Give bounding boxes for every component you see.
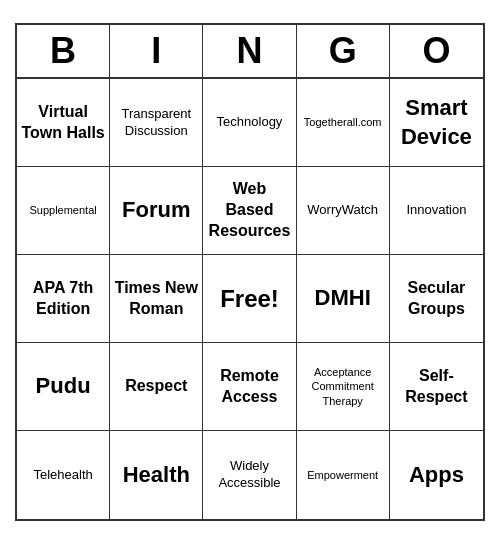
bingo-cell: Telehealth (17, 431, 110, 519)
header-letter: B (17, 25, 110, 77)
header-letter: O (390, 25, 483, 77)
bingo-cell: Technology (203, 79, 296, 167)
bingo-cell: Respect (110, 343, 203, 431)
bingo-cell: Togetherall.com (297, 79, 390, 167)
bingo-cell: Forum (110, 167, 203, 255)
bingo-cell: Apps (390, 431, 483, 519)
bingo-cell: Smart Device (390, 79, 483, 167)
bingo-cell: Web Based Resources (203, 167, 296, 255)
bingo-cell: Transparent Discussion (110, 79, 203, 167)
bingo-cell: Health (110, 431, 203, 519)
bingo-cell: Widely Accessible (203, 431, 296, 519)
bingo-cell: Virtual Town Halls (17, 79, 110, 167)
bingo-grid: Virtual Town HallsTransparent Discussion… (17, 79, 483, 519)
bingo-cell: Secular Groups (390, 255, 483, 343)
bingo-cell: APA 7th Edition (17, 255, 110, 343)
bingo-cell: Pudu (17, 343, 110, 431)
bingo-header: BINGO (17, 25, 483, 79)
bingo-cell: WorryWatch (297, 167, 390, 255)
header-letter: I (110, 25, 203, 77)
bingo-cell: Supplemental (17, 167, 110, 255)
bingo-card: BINGO Virtual Town HallsTransparent Disc… (15, 23, 485, 521)
bingo-cell: DMHI (297, 255, 390, 343)
bingo-cell: Times New Roman (110, 255, 203, 343)
bingo-cell: Self-Respect (390, 343, 483, 431)
bingo-cell: Remote Access (203, 343, 296, 431)
bingo-cell: Acceptance Commitment Therapy (297, 343, 390, 431)
header-letter: N (203, 25, 296, 77)
bingo-cell: Innovation (390, 167, 483, 255)
bingo-cell: Free! (203, 255, 296, 343)
header-letter: G (297, 25, 390, 77)
bingo-cell: Empowerment (297, 431, 390, 519)
